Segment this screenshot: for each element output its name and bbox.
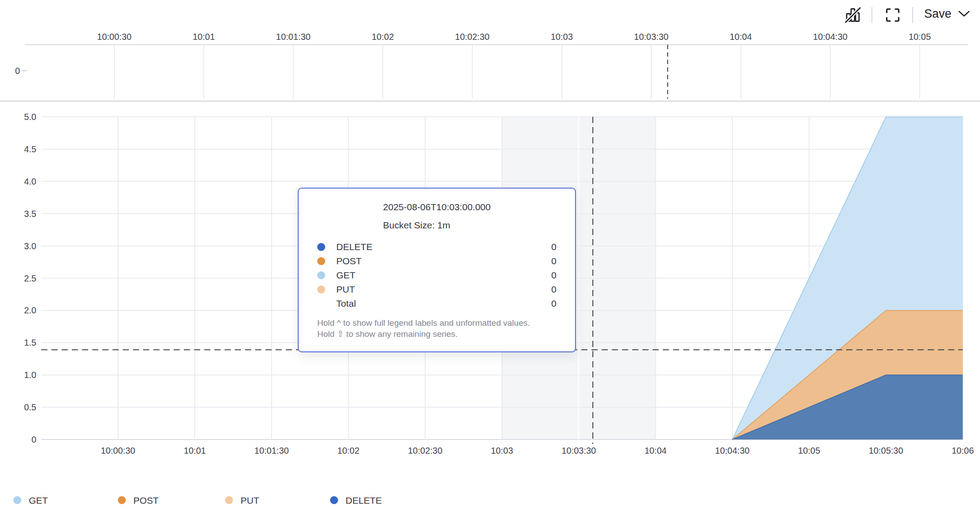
tooltip-series-label: DELETE bbox=[336, 242, 373, 252]
y-axis-tick-label: 5.0 bbox=[24, 112, 36, 122]
tooltip-timestamp: 2025-08-06T10:03:00.000 bbox=[383, 202, 491, 212]
tooltip-series-label: GET bbox=[336, 270, 355, 281]
x-axis-tick-label: 10:05:30 bbox=[869, 446, 903, 455]
y-axis-tick-label: 0.5 bbox=[24, 402, 36, 412]
x-axis-tick-label: 10:02 bbox=[337, 446, 359, 455]
legend-label: POST bbox=[133, 496, 159, 505]
y-axis-tick-label: 1.0 bbox=[24, 370, 36, 380]
tooltip-series-dot bbox=[317, 285, 325, 293]
legend-label: PUT bbox=[241, 496, 259, 505]
legend-dot bbox=[13, 496, 21, 504]
overview-x-tick-label: 10:03:30 bbox=[634, 32, 669, 42]
y-axis-tick-label: 2.5 bbox=[24, 274, 36, 283]
y-axis-tick-label: 4.5 bbox=[24, 144, 36, 154]
x-axis-tick-label: 10:05 bbox=[798, 446, 820, 455]
y-axis-tick-label: 0 bbox=[31, 435, 36, 444]
tooltip-hint-line1: Hold ^ to show full legend labels and un… bbox=[317, 317, 556, 328]
tooltip-header: 2025-08-06T10:03:00.000 Bucket Size: 1m bbox=[383, 202, 491, 231]
hide-chart-icon bbox=[844, 6, 862, 24]
legend-item-put[interactable]: PUT bbox=[225, 495, 259, 505]
overview-x-tick-label: 10:04:30 bbox=[813, 32, 848, 42]
y-axis-tick-label: 3.5 bbox=[24, 209, 36, 219]
legend-item-post[interactable]: POST bbox=[118, 495, 159, 505]
hide-chart-button[interactable] bbox=[841, 4, 864, 27]
x-axis-tick-label: 10:06 bbox=[952, 446, 974, 455]
tooltip-series-list: DELETE0POST0GET0PUT0Total0 bbox=[317, 240, 556, 311]
tooltip-series-row: PUT0 bbox=[317, 282, 556, 297]
tooltip-series-row: POST0 bbox=[317, 254, 556, 268]
y-axis-tick-label: 3.0 bbox=[24, 241, 36, 251]
legend-label: GET bbox=[29, 496, 48, 505]
save-button-label: Save bbox=[924, 8, 952, 20]
tooltip-series-label: PUT bbox=[336, 284, 355, 295]
tooltip-hint-line2: Hold ⇧ to show any remaining series. bbox=[317, 328, 556, 339]
tooltip-series-label: Total bbox=[336, 298, 356, 309]
tooltip-series-dot bbox=[317, 257, 325, 265]
overview-x-tick-label: 10:04 bbox=[730, 32, 752, 42]
toolbar-separator bbox=[871, 7, 872, 23]
x-axis-tick-label: 10:00:30 bbox=[101, 446, 135, 455]
overview-x-tick-label: 10:02 bbox=[372, 32, 394, 42]
tooltip-series-value: 0 bbox=[551, 270, 556, 281]
legend-label: DELETE bbox=[346, 496, 382, 505]
tooltip-series-value: 0 bbox=[551, 256, 556, 266]
tooltip-hint: Hold ^ to show full legend labels and un… bbox=[317, 317, 556, 339]
tooltip-series-value: 0 bbox=[551, 298, 556, 309]
overview-x-tick-label: 10:02:30 bbox=[455, 32, 490, 42]
app-root: { "toolbar": { "save_label": "Save", "ic… bbox=[0, 0, 980, 509]
legend-item-get[interactable]: GET bbox=[13, 495, 48, 505]
tooltip-series-label: POST bbox=[336, 256, 362, 266]
section-divider bbox=[0, 100, 980, 102]
tooltip-series-row: Total0 bbox=[317, 297, 556, 311]
y-axis-tick-label: 4.0 bbox=[24, 177, 36, 186]
tooltip-series-dot-placeholder bbox=[317, 300, 325, 308]
legend-dot bbox=[225, 496, 233, 504]
x-axis-tick-label: 10:01:30 bbox=[254, 446, 289, 455]
overview-x-tick-label: 10:01 bbox=[193, 32, 215, 42]
legend-dot bbox=[330, 496, 338, 504]
overview-x-tick-label: 10:01:30 bbox=[276, 32, 311, 42]
x-axis-tick-label: 10:04 bbox=[645, 446, 667, 455]
tooltip-bucket-size: Bucket Size: 1m bbox=[383, 220, 491, 231]
chevron-down-icon bbox=[958, 10, 970, 18]
chart-tooltip: 2025-08-06T10:03:00.000 Bucket Size: 1m … bbox=[298, 188, 576, 352]
y-axis-tick-label: 1.5 bbox=[24, 338, 36, 347]
tooltip-series-value: 0 bbox=[551, 242, 556, 252]
x-axis-tick-label: 10:02:30 bbox=[408, 446, 443, 455]
tooltip-series-dot bbox=[317, 243, 325, 251]
tooltip-series-row: GET0 bbox=[317, 268, 556, 282]
y-axis-tick-label: 2.0 bbox=[24, 305, 36, 315]
tooltip-series-value: 0 bbox=[551, 284, 556, 295]
overview-x-tick-label: 10:00:30 bbox=[97, 32, 132, 42]
overview-x-tick-label: 10:03 bbox=[551, 32, 573, 42]
x-axis-tick-label: 10:04:30 bbox=[715, 446, 750, 455]
legend-item-delete[interactable]: DELETE bbox=[330, 495, 382, 505]
toolbar-separator bbox=[912, 7, 913, 23]
overview-x-tick-label: 10:05 bbox=[909, 32, 931, 42]
save-button[interactable]: Save bbox=[924, 4, 970, 24]
fullscreen-icon bbox=[885, 7, 901, 23]
x-axis-tick-label: 10:03 bbox=[491, 446, 513, 455]
overview-y-tick-label: 0 bbox=[15, 66, 20, 76]
tooltip-series-row: DELETE0 bbox=[317, 240, 556, 254]
x-axis-tick-label: 10:01 bbox=[184, 446, 206, 455]
tooltip-series-dot bbox=[317, 271, 325, 279]
overview-brush-area[interactable] bbox=[25, 44, 968, 100]
fullscreen-button[interactable] bbox=[881, 4, 904, 27]
x-axis-tick-label: 10:03:30 bbox=[561, 446, 596, 455]
legend-dot bbox=[118, 496, 126, 504]
